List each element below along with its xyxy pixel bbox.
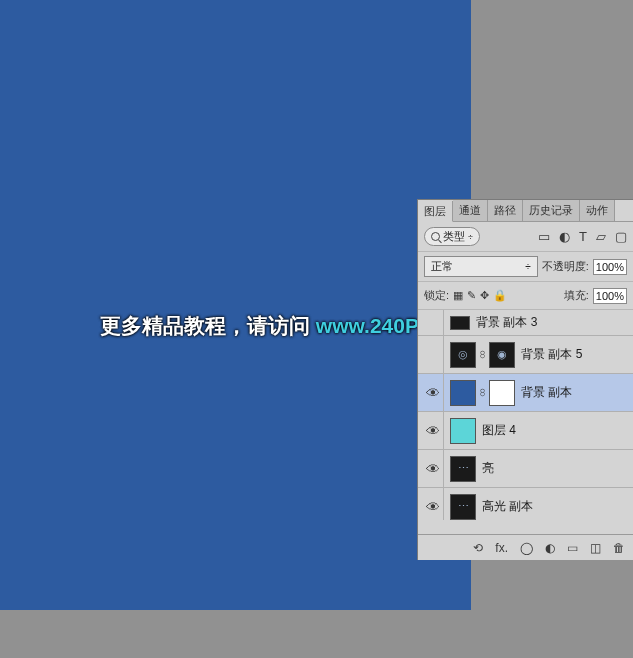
layer-thumb: ◎ xyxy=(450,342,476,368)
layers-list: 背景 副本 3 ◎ 𝟾 ◉ 背景 副本 5 👁 𝟾 背景 副本 👁 图层 4 xyxy=(418,310,633,520)
layer-thumb xyxy=(450,316,470,330)
mask-thumb xyxy=(489,380,515,406)
tab-history[interactable]: 历史记录 xyxy=(523,200,580,221)
search-icon xyxy=(431,232,440,241)
fill-value[interactable]: 100% xyxy=(593,288,627,304)
link-layers-icon[interactable]: ⟲ xyxy=(473,541,483,555)
layer-row[interactable]: 👁 ⋯ 亮 xyxy=(418,450,633,488)
layer-name[interactable]: 背景 副本 xyxy=(521,384,572,401)
mask-thumb: ◉ xyxy=(489,342,515,368)
blend-mode-value: 正常 xyxy=(431,259,453,274)
layer-row[interactable]: 👁 图层 4 xyxy=(418,412,633,450)
blend-mode-select[interactable]: 正常 ÷ xyxy=(424,256,538,277)
lock-all-icon[interactable]: 🔒 xyxy=(493,289,507,302)
opacity-value[interactable]: 100% xyxy=(593,259,627,275)
filter-adjustment-icon[interactable]: ◐ xyxy=(559,229,570,244)
filter-text-icon[interactable]: T xyxy=(579,229,587,244)
layer-row[interactable]: ◎ 𝟾 ◉ 背景 副本 5 xyxy=(418,336,633,374)
visibility-toggle[interactable] xyxy=(422,336,444,373)
blend-row: 正常 ÷ 不透明度: 100% xyxy=(418,252,633,282)
visibility-toggle[interactable]: 👁 xyxy=(422,412,444,449)
trash-icon[interactable]: 🗑 xyxy=(613,541,625,555)
visibility-toggle[interactable] xyxy=(422,310,444,335)
filter-shape-icon[interactable]: ▱ xyxy=(596,229,606,244)
layer-name[interactable]: 图层 4 xyxy=(482,422,516,439)
layer-row[interactable]: 背景 副本 3 xyxy=(418,310,633,336)
layer-row[interactable]: 👁 ⋯ 高光 副本 xyxy=(418,488,633,520)
layer-row[interactable]: 👁 𝟾 背景 副本 xyxy=(418,374,633,412)
mask-icon[interactable]: ◯ xyxy=(520,541,533,555)
layers-panel-footer: ⟲ fx. ◯ ◐ ▭ ◫ 🗑 xyxy=(418,534,633,560)
lock-image-icon[interactable]: ✎ xyxy=(467,289,476,302)
opacity-label: 不透明度: xyxy=(542,259,589,274)
filter-type-select[interactable]: 类型 ÷ xyxy=(424,227,480,246)
adjustment-icon[interactable]: ◐ xyxy=(545,541,555,555)
visibility-toggle[interactable]: 👁 xyxy=(422,450,444,487)
tab-channels[interactable]: 通道 xyxy=(453,200,488,221)
link-icon: 𝟾 xyxy=(479,386,486,399)
new-layer-icon[interactable]: ◫ xyxy=(590,541,601,555)
tab-actions[interactable]: 动作 xyxy=(580,200,615,221)
layer-filter-row: 类型 ÷ ▭ ◐ T ▱ ▢ xyxy=(418,222,633,252)
tab-paths[interactable]: 路径 xyxy=(488,200,523,221)
layer-thumb xyxy=(450,418,476,444)
layer-name[interactable]: 背景 副本 3 xyxy=(476,314,537,331)
watermark-part1: 更多精品教程，请访问 xyxy=(100,314,316,337)
panel-tabs: 图层 通道 路径 历史记录 动作 xyxy=(418,200,633,222)
visibility-toggle[interactable]: 👁 xyxy=(422,374,444,411)
chevron-down-icon: ÷ xyxy=(468,232,473,242)
layer-thumb xyxy=(450,380,476,406)
fx-icon[interactable]: fx. xyxy=(495,541,508,555)
lock-position-icon[interactable]: ✥ xyxy=(480,289,489,302)
filter-type-label: 类型 xyxy=(443,229,465,244)
chevron-down-icon: ÷ xyxy=(525,261,531,272)
layer-name[interactable]: 高光 副本 xyxy=(482,498,533,515)
group-icon[interactable]: ▭ xyxy=(567,541,578,555)
fill-label: 填充: xyxy=(564,288,589,303)
document-canvas[interactable] xyxy=(0,0,471,610)
filter-smart-icon[interactable]: ▢ xyxy=(615,229,627,244)
visibility-toggle[interactable]: 👁 xyxy=(422,488,444,520)
lock-row: 锁定: ▦ ✎ ✥ 🔒 填充: 100% xyxy=(418,282,633,310)
lock-transparency-icon[interactable]: ▦ xyxy=(453,289,463,302)
layer-thumb: ⋯ xyxy=(450,494,476,520)
layer-thumb: ⋯ xyxy=(450,456,476,482)
tab-layers[interactable]: 图层 xyxy=(418,201,453,222)
lock-label: 锁定: xyxy=(424,288,449,303)
layer-name[interactable]: 亮 xyxy=(482,460,494,477)
layers-panel: 图层 通道 路径 历史记录 动作 类型 ÷ ▭ ◐ T ▱ ▢ 正常 ÷ 不透明… xyxy=(417,199,633,560)
filter-pixel-icon[interactable]: ▭ xyxy=(538,229,550,244)
link-icon: 𝟾 xyxy=(479,348,486,361)
layer-name[interactable]: 背景 副本 5 xyxy=(521,346,582,363)
